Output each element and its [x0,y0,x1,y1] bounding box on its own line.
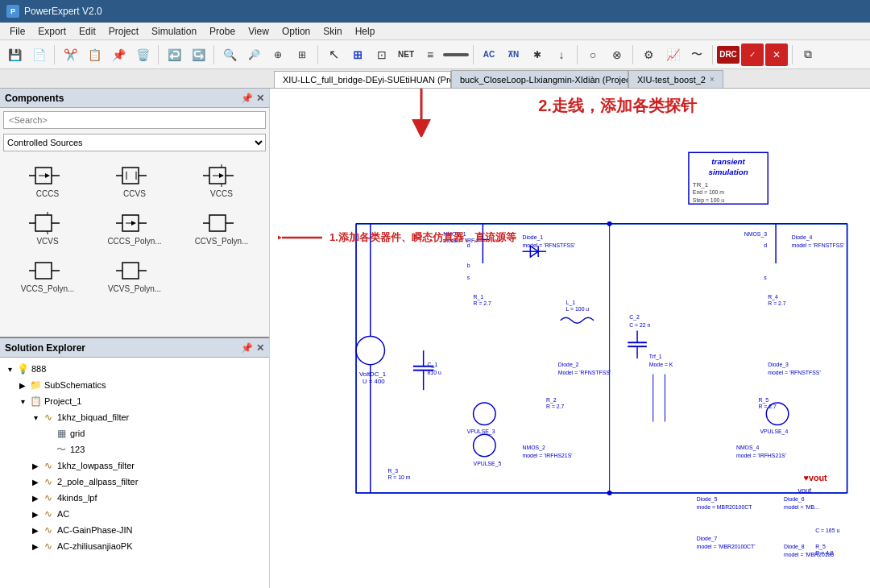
vcvs-poly-symbol [114,259,155,283]
check-button[interactable]: ✓ [741,43,764,66]
close-panel-icon[interactable]: ✕ [256,93,264,104]
probe2-button[interactable]: ✱ [526,43,549,66]
toolbar-separator-3 [213,45,214,64]
component-search-input[interactable] [3,111,266,129]
save-button[interactable]: 💾 [3,43,26,66]
zoomin-button[interactable]: 🔍 [218,43,241,66]
tree-item-4kinds[interactable]: ▶ ∿ 4kinds_lpf [3,490,266,506]
expand-project1[interactable]: ▾ [16,395,29,408]
component-vcvs-poly[interactable]: VCVS_Polyn... [93,255,176,297]
expand-888[interactable]: ▾ [3,362,16,375]
tree-item-888[interactable]: ▾ 💡 888 [3,361,266,377]
ccvs-poly-symbol [201,211,242,235]
expand-lowpass[interactable]: ▶ [29,459,42,472]
pin-icon[interactable]: 📌 [241,93,253,104]
solution-close-icon[interactable]: ✕ [256,342,264,354]
expand-subschematics[interactable]: ▶ [16,379,29,391]
menu-help[interactable]: Help [349,24,382,39]
svg-text:mode = MBR20100CT: mode = MBR20100CT [697,504,752,510]
component-ccvs[interactable]: CCVS [93,159,176,202]
component-vccs-poly[interactable]: VCCS_Polyn... [6,255,89,297]
component-cccs[interactable]: CCCS [6,159,89,202]
ac-button[interactable]: AC [478,43,500,66]
expand-allpass[interactable]: ▶ [29,475,42,488]
circle2-button[interactable]: ⊗ [606,43,628,66]
saveas-button[interactable]: 📄 [27,43,50,66]
copy-button[interactable]: 📋 [83,43,106,66]
x-button[interactable]: ✕ [765,43,788,66]
menu-export[interactable]: Export [31,24,72,39]
probe-button[interactable]: ⊼N [502,43,524,66]
tree-item-allpass[interactable]: ▶ ∿ 2_pole_allpass_filter [3,474,266,490]
category-dropdown[interactable]: Controlled Sources Passive Active Source… [3,134,266,151]
component-cccs-poly[interactable]: CCCS_Polyn... [93,207,176,250]
tree-item-lowpass[interactable]: ▶ ∿ 1khz_lowpass_filter [3,458,266,474]
expand-123[interactable] [42,443,55,456]
menu-edit[interactable]: Edit [72,24,102,39]
component-ccvs-poly[interactable]: CCVS_Polyn... [180,207,263,250]
svg-text:model = 'MBR20100: model = 'MBR20100 [784,552,834,557]
tree-item-biquad[interactable]: ▾ ∿ 1khz_biquad_filter [3,409,266,425]
label-ac: AC [57,509,69,519]
waveform2-button[interactable]: 〜 [686,43,708,66]
svg-text:model = 'MB...: model = 'MB... [784,504,819,510]
drc-button[interactable]: DRC [717,46,740,64]
waveform-button[interactable]: 📈 [661,43,684,66]
bus-button[interactable]: ≡ [419,43,441,66]
svg-text:810 u: 810 u [428,370,441,375]
menu-view[interactable]: View [242,24,276,39]
tree-item-subschematics[interactable]: ▶ 📁 SubSchematics [3,377,266,393]
tree-item-project1[interactable]: ▾ 📋 Project_1 [3,393,266,409]
expand-4kinds[interactable]: ▶ [29,491,42,504]
circuit-diagram[interactable]: transient simulation TR_1 End = 100 m St… [270,121,870,588]
tree-item-ac-zhiliu[interactable]: ▶ ∿ AC-zhiliusanjiaoPK [3,538,266,554]
layer-button[interactable]: ⧉ [797,43,819,66]
menu-skin[interactable]: Skin [317,24,348,39]
component-vcvs[interactable]: VCVS [6,207,89,250]
tab-2[interactable]: buck_CloseLoop-LIxiangmin-XIdiàn (Projec… [451,70,628,88]
expand-ac[interactable]: ▶ [29,507,42,520]
circle-button[interactable]: ○ [582,43,604,66]
zoomfit-button[interactable]: ⊕ [267,43,289,66]
tree-item-grid[interactable]: ▦ grid [3,425,266,441]
zoomout-button[interactable]: 🔎 [242,43,265,66]
tree-item-ac[interactable]: ▶ ∿ AC [3,506,266,522]
canvas-area[interactable]: 1.添加各类器件、瞬态仿真器、直流源等 2.走线，添加各类探针 transien… [270,89,870,588]
solution-explorer-header: Solution Explorer 📌 ✕ [0,338,269,358]
tab-3[interactable]: XIU-test_boost_2 × [628,70,723,88]
netlabel-button[interactable]: NET [395,43,417,66]
menu-file[interactable]: File [3,24,31,39]
select-button[interactable]: ↖ [322,43,345,66]
down-button[interactable]: ↓ [550,43,573,66]
vcvs-label: VCVS [36,237,58,246]
expand-biquad[interactable]: ▾ [29,411,42,424]
tab-3-close[interactable]: × [710,75,715,84]
menu-probe[interactable]: Probe [203,24,242,39]
undo-button[interactable]: ↩️ [163,43,185,66]
svg-text:model = 'IRF...: model = 'IRF... [443,238,478,243]
menu-project[interactable]: Project [102,24,145,39]
cut-button[interactable]: ✂️ [59,43,81,66]
delete-button[interactable]: 🗑️ [131,43,154,66]
settings-button[interactable]: ⚙ [637,43,660,66]
junction-button[interactable]: ⊡ [371,43,393,66]
redo-button[interactable]: ↪️ [187,43,209,66]
component-vccs[interactable]: VCCS [180,159,263,202]
menu-simulation[interactable]: Simulation [145,24,203,39]
left-panel: Components 📌 ✕ Controlled Sources Passiv… [0,89,270,588]
solution-pin-icon[interactable]: 📌 [241,342,253,354]
expand-ac-zhiliu[interactable]: ▶ [29,540,42,553]
zoomrect-button[interactable]: ⊞ [291,43,313,66]
tab-1[interactable]: XIU-LLC_full_bridge-DEyi-SUEtiHUAN (Proj… [274,71,451,89]
icon-project1: 📋 [29,395,42,408]
menu-option[interactable]: Option [276,24,317,39]
label-biquad: 1khz_biquad_filter [57,412,129,422]
draw-line-button[interactable] [443,53,469,56]
tree-item-ac-gain[interactable]: ▶ ∿ AC-GainPhase-JIN [3,522,266,538]
tree-item-123[interactable]: 〜 123 [3,441,266,458]
paste-button[interactable]: 📌 [107,43,130,66]
svg-text:U = 400: U = 400 [362,378,385,385]
expand-ac-gain[interactable]: ▶ [29,524,42,536]
wire-button[interactable]: ⊞ [346,43,369,66]
expand-grid[interactable] [42,427,55,440]
